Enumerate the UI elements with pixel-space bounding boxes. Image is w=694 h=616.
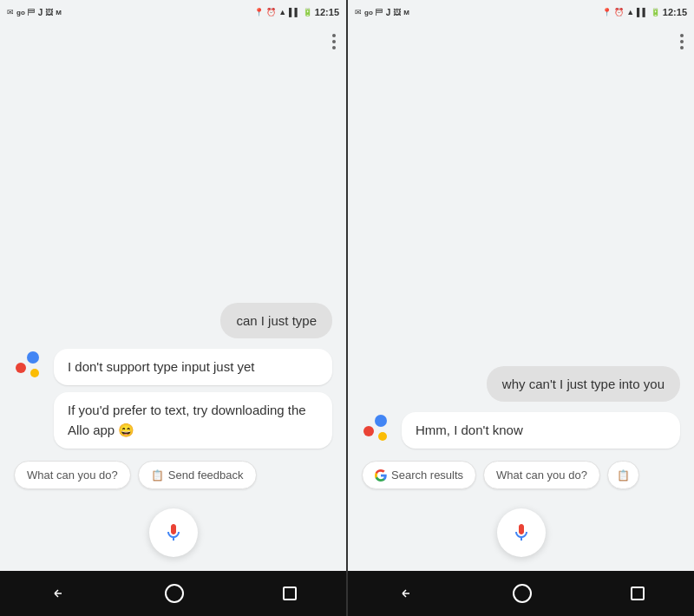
signal-icon-2: ▌▌ xyxy=(637,8,648,16)
menu-dot xyxy=(332,46,336,49)
j-icon-2: J xyxy=(386,8,391,17)
chips-area-2: Search results What can you do? 📋 xyxy=(348,457,694,498)
screen-1: ✉ go ⛿ J 🖼 M 📍 ⏰ ▲ ▌▌ 🔋 12:15 can I just… xyxy=(0,0,347,616)
alarm-icon: ⏰ xyxy=(266,8,276,16)
chat-area-1: can I just type I don't support type inp… xyxy=(0,59,346,457)
go-icon: go xyxy=(16,9,25,16)
mic-button-1[interactable] xyxy=(149,508,198,557)
chip-label-what: What can you do? xyxy=(496,469,587,482)
app-bar-1 xyxy=(0,24,346,59)
back-button-1[interactable] xyxy=(49,585,67,602)
chip-label: Send feedback xyxy=(168,469,244,482)
camera-icon: ⛿ xyxy=(28,8,36,16)
svg-point-4 xyxy=(363,426,374,436)
chip-what-can-you-do-2[interactable]: What can you do? xyxy=(483,461,600,489)
maps-icon-2: M xyxy=(403,9,409,16)
chip-label-search: Search results xyxy=(391,469,463,482)
chat-spacer-1 xyxy=(14,68,332,292)
svg-point-5 xyxy=(378,432,387,441)
app-bar-2 xyxy=(348,24,694,59)
nav-bar-2 xyxy=(348,571,694,616)
svg-point-2 xyxy=(30,369,39,377)
wifi-icon: ▲ xyxy=(278,8,286,16)
overflow-menu-1[interactable] xyxy=(332,34,336,49)
status-bar-left-2: ✉ go ⛿ J 🖼 M xyxy=(355,8,409,17)
chat-spacer-2 xyxy=(362,68,680,356)
mic-icon-2 xyxy=(511,522,532,543)
location-icon: 📍 xyxy=(254,8,264,16)
gmail-icon: ✉ xyxy=(7,8,14,16)
assistant-message-2: Hmm, I don't know xyxy=(362,412,680,449)
mic-icon-1 xyxy=(163,522,184,543)
battery-icon: 🔋 xyxy=(303,8,312,16)
user-message-1: can I just type xyxy=(220,303,332,338)
assistant-bubble-1b: If you'd prefer to text, try downloading… xyxy=(54,392,332,449)
nav-bar-1 xyxy=(0,571,346,616)
mic-area-1 xyxy=(0,498,346,571)
wifi-icon-2: ▲ xyxy=(626,8,634,16)
status-bar-1: ✉ go ⛿ J 🖼 M 📍 ⏰ ▲ ▌▌ 🔋 12:15 xyxy=(0,0,346,24)
feedback-icon: 📋 xyxy=(151,469,164,482)
chips-area-1: What can you do? 📋 Send feedback xyxy=(0,457,346,498)
j-icon: J xyxy=(38,8,43,17)
menu-dot-2c xyxy=(680,46,684,49)
maps-icon: M xyxy=(56,9,62,16)
gmail-icon-2: ✉ xyxy=(355,8,362,16)
feedback-icon-2: 📋 xyxy=(617,469,630,482)
chip-search-results-2[interactable]: Search results xyxy=(362,461,476,489)
go-icon-2: go xyxy=(364,9,373,16)
menu-dot-2a xyxy=(680,34,684,37)
assistant-message-1: I don't support type input just yet If y… xyxy=(14,349,332,449)
menu-dot-2b xyxy=(680,40,684,43)
status-time-2: 12:15 xyxy=(663,7,687,17)
mic-area-2 xyxy=(348,498,694,571)
assistant-bubbles-2: Hmm, I don't know xyxy=(402,412,680,449)
assistant-bubble-1a: I don't support type input just yet xyxy=(54,349,332,386)
home-button-2[interactable] xyxy=(513,584,532,603)
status-bar-right-1: 📍 ⏰ ▲ ▌▌ 🔋 12:15 xyxy=(254,7,339,17)
screen-2: ✉ go ⛿ J 🖼 M 📍 ⏰ ▲ ▌▌ 🔋 12:15 why can't … xyxy=(347,0,694,616)
chip-send-feedback-2[interactable]: 📋 xyxy=(607,461,639,489)
mic-button-2[interactable] xyxy=(497,508,546,557)
assistant-bubbles-1: I don't support type input just yet If y… xyxy=(54,349,332,449)
svg-point-1 xyxy=(16,363,26,373)
location-icon-2: 📍 xyxy=(602,8,612,16)
user-message-2: why can't I just type into you xyxy=(487,366,680,402)
home-button-1[interactable] xyxy=(165,584,184,603)
recent-button-1[interactable] xyxy=(283,587,297,600)
back-button-2[interactable] xyxy=(397,585,415,602)
assistant-avatar-1 xyxy=(14,351,45,382)
camera-icon-2: ⛿ xyxy=(376,8,383,16)
status-bar-right-2: 📍 ⏰ ▲ ▌▌ 🔋 12:15 xyxy=(602,7,687,17)
chip-label: What can you do? xyxy=(27,469,118,482)
svg-point-0 xyxy=(27,351,39,364)
status-time-1: 12:15 xyxy=(315,7,339,17)
chip-send-feedback-1[interactable]: 📋 Send feedback xyxy=(138,461,257,489)
image-icon-2: 🖼 xyxy=(393,8,401,16)
chat-area-2: why can't I just type into you Hmm, I do… xyxy=(348,59,694,457)
image-icon: 🖼 xyxy=(45,8,53,16)
chip-what-can-you-do-1[interactable]: What can you do? xyxy=(14,461,131,489)
assistant-bubble-2a: Hmm, I don't know xyxy=(402,412,680,449)
overflow-menu-2[interactable] xyxy=(680,34,684,49)
alarm-icon-2: ⏰ xyxy=(614,8,624,16)
recent-button-2[interactable] xyxy=(631,587,645,600)
status-bar-left-1: ✉ go ⛿ J 🖼 M xyxy=(7,8,62,17)
google-g-icon xyxy=(375,469,387,482)
menu-dot xyxy=(332,40,336,43)
signal-icon: ▌▌ xyxy=(289,8,300,16)
menu-dot xyxy=(332,34,336,37)
status-bar-2: ✉ go ⛿ J 🖼 M 📍 ⏰ ▲ ▌▌ 🔋 12:15 xyxy=(348,0,694,24)
battery-icon-2: 🔋 xyxy=(651,8,660,16)
svg-point-3 xyxy=(375,415,387,427)
assistant-avatar-2 xyxy=(362,414,393,445)
